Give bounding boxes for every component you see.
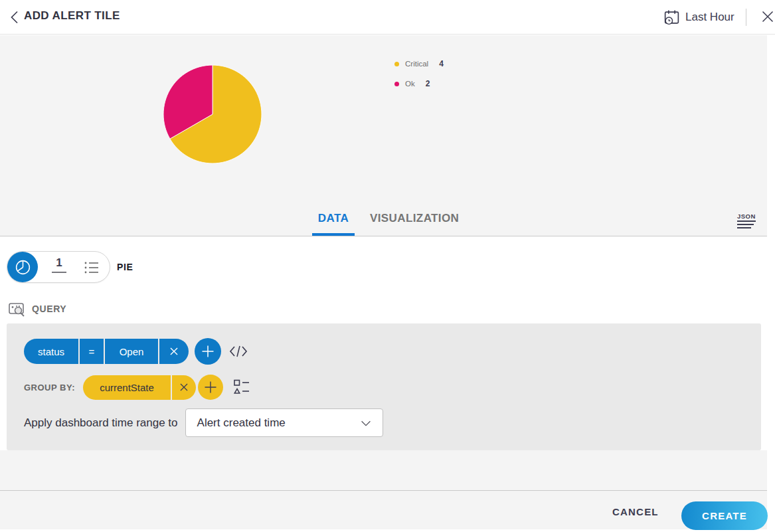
- close-icon: [177, 380, 191, 395]
- group-by-value[interactable]: currentState: [83, 375, 171, 400]
- apply-time-range-row: Apply dashboard time range to Alert crea…: [24, 408, 383, 437]
- active-tab-underline: [312, 233, 355, 236]
- page-title: ADD ALERT TILE: [24, 9, 120, 23]
- chevron-down-icon: [359, 416, 373, 430]
- legend-settings-button[interactable]: [232, 377, 252, 397]
- list-icon: [82, 258, 102, 278]
- legend-label: Critical: [405, 60, 428, 68]
- tile-count[interactable]: 1: [48, 256, 70, 273]
- legend-icon: [232, 377, 252, 397]
- create-button[interactable]: CREATE: [681, 501, 768, 530]
- tile-type-selector: 1: [7, 251, 110, 283]
- tile-preview-area: Critical 4 Ok 2 DATA VISUALIZATION JSON: [0, 35, 767, 236]
- remove-group-by-button[interactable]: [172, 375, 196, 400]
- legend-label: Ok: [405, 80, 415, 88]
- chevron-left-icon: [7, 9, 24, 26]
- legend-dot-critical: [394, 62, 399, 66]
- group-by-row: GROUP BY: currentState: [24, 374, 252, 400]
- group-by-chip: currentState: [83, 375, 196, 400]
- plus-icon: [203, 379, 218, 395]
- calendar-clock-icon: [663, 9, 681, 27]
- query-section-label: QUERY: [32, 304, 66, 314]
- filter-value[interactable]: Open: [105, 339, 158, 364]
- add-filter-button[interactable]: [195, 338, 221, 365]
- close-icon: [760, 9, 775, 25]
- add-alert-tile-dialog: ADD ALERT TILE Last Hour Crit: [0, 0, 775, 532]
- time-field-dropdown[interactable]: Alert created time: [185, 408, 383, 437]
- filter-operator[interactable]: =: [80, 339, 104, 364]
- filter-row: status = Open: [24, 338, 248, 365]
- time-field-dropdown-value: Alert created time: [197, 416, 359, 430]
- tab-data[interactable]: DATA: [312, 212, 355, 225]
- list-view-button[interactable]: [82, 258, 102, 278]
- back-button[interactable]: [7, 9, 24, 26]
- tab-visualization[interactable]: VISUALIZATION: [370, 212, 459, 225]
- query-panel: status = Open: [7, 323, 761, 450]
- pie-chart: [155, 57, 270, 171]
- group-by-label: GROUP BY:: [24, 383, 75, 393]
- legend-value: 2: [426, 79, 430, 88]
- filter-field[interactable]: status: [24, 339, 78, 364]
- query-icon: [8, 300, 26, 318]
- plus-icon: [200, 343, 216, 359]
- chart-legend: Critical 4 Ok 2: [394, 59, 444, 99]
- remove-filter-button[interactable]: [159, 339, 189, 364]
- timeframe-selector[interactable]: Last Hour: [663, 7, 734, 27]
- code-icon: [228, 342, 248, 361]
- legend-value: 4: [439, 59, 444, 68]
- dialog-header: ADD ALERT TILE Last Hour: [0, 0, 775, 35]
- legend-item: Critical 4: [394, 59, 444, 68]
- legend-item: Ok 2: [394, 79, 444, 88]
- add-group-by-button[interactable]: [198, 375, 223, 400]
- cancel-button[interactable]: CANCEL: [612, 506, 659, 517]
- json-view-button[interactable]: JSON: [737, 213, 756, 228]
- json-icon: JSON: [737, 213, 756, 222]
- code-view-button[interactable]: [228, 342, 248, 361]
- selected-tile-type-label: PIE: [117, 262, 133, 272]
- close-icon: [167, 344, 181, 359]
- apply-time-range-label: Apply dashboard time range to: [24, 416, 178, 430]
- filter-chip: status = Open: [24, 339, 189, 364]
- pie-type-button[interactable]: [7, 252, 38, 282]
- timeframe-label: Last Hour: [685, 11, 734, 24]
- footer-divider: [0, 490, 767, 491]
- close-button[interactable]: [760, 9, 775, 25]
- legend-dot-ok: [394, 82, 399, 86]
- dialog-footer: CANCEL CREATE: [0, 450, 767, 529]
- pie-chart-icon: [14, 258, 32, 276]
- header-divider: [746, 9, 746, 26]
